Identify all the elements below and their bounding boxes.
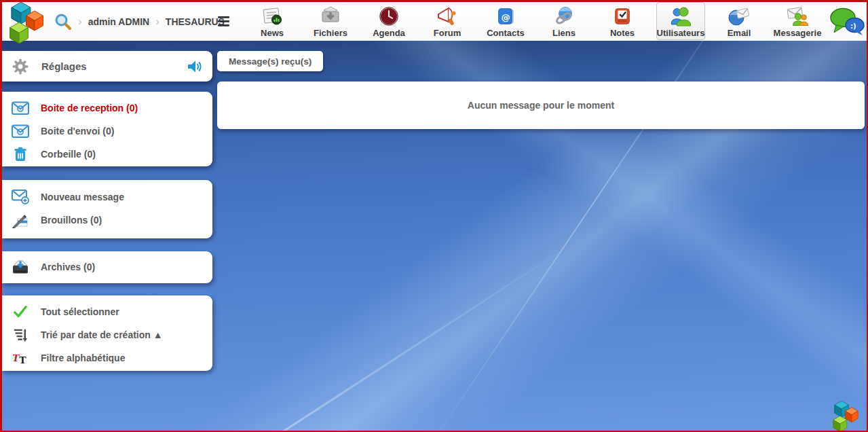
nav-item-fichiers[interactable]: Fichiers [306, 2, 355, 40]
nav-item-email[interactable]: Email [715, 2, 763, 40]
breadcrumb-space[interactable]: THESAURUS [166, 16, 225, 27]
sort-lines-icon [12, 327, 29, 342]
tab-label: Message(s) reçu(s) [229, 56, 312, 67]
breadcrumb-chevron-icon: › [155, 15, 159, 29]
sidebar-item-label: Brouillons (0) [41, 215, 102, 226]
nav-item-news[interactable]: News [248, 2, 297, 40]
menu-hamburger-icon[interactable] [218, 16, 229, 26]
nav-item-contacts[interactable]: @ Contacts [481, 2, 530, 40]
app-window: › admin ADMIN › THESAURUS New [0, 0, 868, 432]
sidebar-item-archives[interactable]: Archives (0) [2, 255, 212, 278]
breadcrumb-chevron-icon: › [78, 15, 82, 29]
settings-panel[interactable]: Réglages [2, 51, 212, 82]
svg-text:T: T [19, 355, 26, 365]
sidebar-item-select-all[interactable]: Tout sélectionner [2, 300, 212, 323]
alpha-filter-icon: T T [12, 350, 29, 365]
green-check-icon [12, 305, 29, 319]
sidebar-item-label: Archives (0) [41, 262, 95, 272]
sidebar-item-new-message[interactable]: Nouveau message [2, 185, 212, 209]
svg-text::): :) [850, 22, 856, 30]
nav-label: Contacts [487, 28, 525, 38]
forum-icon [436, 5, 458, 27]
folders-panel: Boite de reception (0) Boite d'envoi (0) [2, 92, 212, 166]
nav-label: Agenda [373, 28, 405, 38]
sidebar-item-label: Filtre alphabétique [41, 353, 125, 363]
sidebar-item-trash[interactable]: Corbeille (0) [2, 143, 212, 166]
gear-icon [12, 58, 29, 75]
archive-box-icon [12, 259, 29, 275]
nav-label: Notes [610, 28, 635, 38]
module-nav: News Fichiers [248, 2, 822, 41]
chat-bubbles-icon[interactable]: :) [829, 7, 865, 36]
email-icon [728, 5, 751, 27]
contacts-icon: @ [495, 5, 516, 27]
agenda-icon [379, 5, 399, 27]
sidebar-item-sort-by-date[interactable]: Trié par date de création ▲ [2, 323, 212, 346]
sidebar-item-drafts[interactable]: Brouillons (0) [2, 209, 212, 232]
breadcrumb-user[interactable]: admin ADMIN [88, 16, 149, 27]
sidebar-item-label: Nouveau message [41, 192, 124, 202]
users-icon [670, 5, 692, 27]
svg-text:@: @ [501, 12, 510, 22]
sidebar-item-label: Trié par date de création ▲ [41, 329, 163, 340]
compose-panel: Nouveau message Brouillons (0) [2, 180, 212, 238]
nav-label: Fichiers [314, 28, 347, 38]
news-icon [261, 5, 283, 27]
header: › admin ADMIN › THESAURUS New [2, 2, 867, 41]
new-message-icon [12, 190, 29, 204]
search-icon[interactable] [54, 12, 73, 31]
nav-item-forum[interactable]: Forum [423, 2, 472, 40]
nav-label: Liens [552, 28, 575, 38]
nav-label: Forum [434, 28, 461, 38]
sidebar-item-label: Boite de reception (0) [41, 103, 138, 113]
nav-item-notes[interactable]: Notes [598, 2, 647, 40]
tab-messages-recus[interactable]: Message(s) reçu(s) [217, 51, 323, 71]
nav-label: News [261, 28, 284, 38]
drafts-pen-icon [12, 212, 29, 228]
selection-tools-panel: Tout sélectionner Trié par date de créat… [2, 295, 212, 371]
nav-item-liens[interactable]: Liens [540, 2, 588, 40]
nav-label: Utilisateurs [657, 28, 705, 38]
links-icon [553, 5, 575, 27]
watermark-logo-icon [828, 399, 863, 431]
sidebar-item-alpha-filter[interactable]: T T Filtre alphabétique [2, 346, 212, 370]
files-icon [320, 5, 341, 27]
notes-icon [612, 5, 633, 27]
outbox-envelope-icon [12, 124, 29, 139]
nav-item-messagerie[interactable]: Messagerie [773, 2, 822, 40]
sidebar-item-outbox[interactable]: Boite d'envoi (0) [2, 120, 212, 143]
trash-icon [12, 147, 29, 162]
messaging-icon [786, 5, 809, 27]
nav-label: Email [728, 28, 751, 38]
nav-label: Messagerie [774, 28, 822, 38]
archives-panel: Archives (0) [2, 251, 212, 283]
app-logo-icon[interactable] [3, 1, 50, 47]
nav-item-agenda[interactable]: Agenda [364, 2, 413, 40]
settings-label: Réglages [41, 60, 87, 72]
sidebar-item-label: Boite d'envoi (0) [41, 126, 114, 137]
nav-item-utilisateurs[interactable]: Utilisateurs [656, 2, 705, 40]
inbox-envelope-icon [12, 101, 29, 115]
speaker-icon[interactable] [187, 58, 203, 75]
sidebar-item-label: Corbeille (0) [41, 149, 96, 160]
sidebar-item-label: Tout sélectionner [41, 306, 119, 317]
message-list-empty-panel: Aucun message pour le moment [217, 82, 865, 129]
sidebar-item-inbox[interactable]: Boite de reception (0) [2, 96, 212, 120]
empty-message-text: Aucun message pour le moment [468, 100, 614, 111]
breadcrumb: › admin ADMIN › THESAURUS [78, 15, 225, 29]
